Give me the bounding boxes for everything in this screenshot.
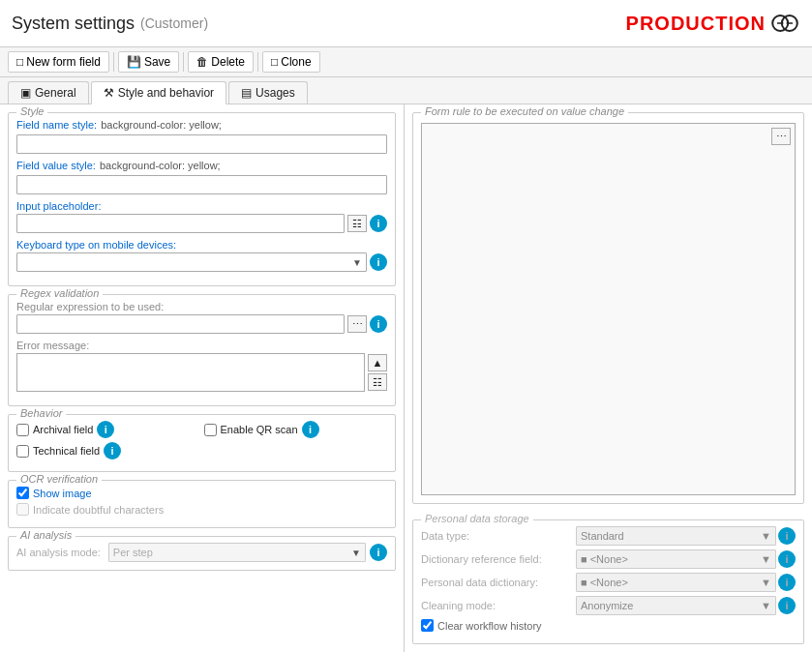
field-name-style-value: background-color: yellow; xyxy=(101,119,222,131)
indicate-doubtful-row: Indicate doubtful characters xyxy=(16,503,387,516)
new-form-field-button[interactable]: □ New form field xyxy=(8,51,109,73)
tab-style-and-behavior[interactable]: ⚒ Style and behavior xyxy=(91,81,226,104)
regex-input[interactable] xyxy=(16,314,345,334)
show-image-checkbox[interactable] xyxy=(16,487,29,499)
clear-workflow-checkbox[interactable] xyxy=(421,619,434,632)
keyboard-type-label: Keyboard type on mobile devices: xyxy=(16,239,387,251)
keyboard-type-row: Keyboard type on mobile devices: ▼ i xyxy=(16,239,387,272)
clone-icon: □ xyxy=(271,55,278,69)
cleaning-mode-row: Cleaning mode: Anonymize ▼ i xyxy=(421,596,796,615)
ai-mode-info[interactable]: i xyxy=(370,544,387,561)
dict-ref-info[interactable]: i xyxy=(778,550,796,568)
field-name-style-label: Field name style: xyxy=(16,119,97,131)
field-value-style-input[interactable] xyxy=(16,175,387,194)
personal-data-group: Personal data storage Data type: Standar… xyxy=(412,519,804,644)
page-subtitle: (Customer) xyxy=(140,15,208,31)
personal-dict-row: Personal data dictionary: ■ <None> ▼ i xyxy=(421,573,796,592)
keyboard-type-arrow: ▼ xyxy=(352,257,362,268)
keyboard-type-info-btn[interactable]: i xyxy=(370,253,387,271)
cleaning-mode-info[interactable]: i xyxy=(778,597,796,614)
ai-mode-select[interactable]: Per step ▼ xyxy=(108,543,366,562)
error-icon-btn-top[interactable]: ▲ xyxy=(368,354,387,371)
error-icon-btn-bottom[interactable]: ☷ xyxy=(368,373,387,391)
form-rule-more-btn[interactable]: ⋯ xyxy=(771,128,791,145)
indicate-doubtful-checkbox[interactable] xyxy=(16,503,29,516)
tab-general[interactable]: ▣ General xyxy=(8,81,89,104)
enable-qr-scan-info[interactable]: i xyxy=(302,421,319,438)
placeholder-icon-btn[interactable]: ☷ xyxy=(347,215,367,232)
save-label: Save xyxy=(144,55,170,69)
ai-group: AI analysis AI analysis mode: Per step ▼… xyxy=(8,536,396,571)
enable-qr-scan-label: Enable QR scan xyxy=(221,424,298,435)
dict-ref-label: Dictionary reference field: xyxy=(421,553,576,565)
style-group: Style Field name style: background-color… xyxy=(8,112,396,286)
technical-field-info[interactable]: i xyxy=(104,442,121,459)
dict-ref-arrow: ▼ xyxy=(761,553,771,565)
field-name-style-row: Field name style: background-color: yell… xyxy=(16,119,387,154)
regex-more-btn[interactable]: ⋯ xyxy=(347,315,367,333)
error-message-input[interactable] xyxy=(16,353,365,392)
field-value-style-row: Field value style: background-color: yel… xyxy=(16,160,387,194)
toolbar-separator-3 xyxy=(257,52,258,72)
toolbar-separator-2 xyxy=(183,52,184,72)
personal-dict-label: Personal data dictionary: xyxy=(421,577,576,588)
technical-field-label: Technical field xyxy=(33,445,100,457)
technical-field-checkbox[interactable] xyxy=(16,445,29,458)
field-value-style-label: Field value style: xyxy=(16,160,96,171)
show-image-row: Show image xyxy=(16,487,387,499)
data-type-info[interactable]: i xyxy=(778,527,796,545)
show-image-label: Show image xyxy=(33,488,92,499)
data-type-select[interactable]: Standard ▼ xyxy=(576,526,776,546)
behavior-group: Behavior Archival field i Technical fiel… xyxy=(8,414,396,472)
personal-dict-select[interactable]: ■ <None> ▼ xyxy=(576,573,776,592)
regex-group-title: Regex validation xyxy=(16,287,103,299)
style-tab-label: Style and behavior xyxy=(118,86,214,100)
input-placeholder-input[interactable] xyxy=(16,214,345,233)
cleaning-mode-arrow: ▼ xyxy=(761,600,771,611)
clone-label: Clone xyxy=(281,55,311,69)
personal-dict-arrow: ▼ xyxy=(761,577,771,588)
pds-title: Personal data storage xyxy=(421,513,533,524)
tabs-bar: ▣ General ⚒ Style and behavior ▤ Usages xyxy=(0,77,812,104)
technical-field-row: Technical field i xyxy=(16,442,200,459)
personal-dict-icon: ■ xyxy=(581,577,587,588)
input-placeholder-row: Input placeholder: ☷ i xyxy=(16,200,387,233)
save-button[interactable]: 💾 Save xyxy=(118,51,179,73)
regex-label: Regular expression to be used: xyxy=(16,301,387,312)
tab-usages[interactable]: ▤ Usages xyxy=(228,81,308,104)
style-tab-icon: ⚒ xyxy=(104,86,114,100)
field-name-style-input[interactable] xyxy=(16,134,387,154)
cleaning-mode-select[interactable]: Anonymize ▼ xyxy=(576,596,776,615)
delete-button[interactable]: 🗑 Delete xyxy=(188,51,254,73)
keyboard-type-select[interactable]: ▼ xyxy=(16,252,367,272)
form-rule-editor[interactable]: ⋯ xyxy=(421,123,796,495)
enable-qr-scan-row: Enable QR scan i xyxy=(204,421,388,438)
toolbar: □ New form field 💾 Save 🗑 Delete □ Clone xyxy=(0,47,812,77)
error-message-row: Error message: ▲ ☷ xyxy=(16,340,387,392)
regex-field-row: Regular expression to be used: ⋯ i xyxy=(16,301,387,334)
ocr-group: OCR verification Show image Indicate dou… xyxy=(8,480,396,528)
clear-workflow-row: Clear workflow history xyxy=(421,619,796,632)
placeholder-info-btn[interactable]: i xyxy=(370,215,387,232)
regex-info-btn[interactable]: i xyxy=(370,315,387,333)
general-tab-label: General xyxy=(35,86,76,100)
data-type-label: Data type: xyxy=(421,530,576,542)
enable-qr-scan-checkbox[interactable] xyxy=(204,424,217,436)
archival-field-checkbox[interactable] xyxy=(16,424,29,436)
behavior-group-title: Behavior xyxy=(16,407,66,419)
production-icon xyxy=(769,8,800,39)
clone-button[interactable]: □ Clone xyxy=(262,51,320,73)
personal-dict-info[interactable]: i xyxy=(778,574,796,591)
error-message-label: Error message: xyxy=(16,340,387,351)
ai-group-title: AI analysis xyxy=(16,529,75,541)
ocr-group-title: OCR verification xyxy=(16,473,102,485)
dict-ref-select[interactable]: ■ <None> ▼ xyxy=(576,549,776,569)
style-group-title: Style xyxy=(16,105,47,117)
data-type-arrow: ▼ xyxy=(761,530,771,542)
left-panel: Style Field name style: background-color… xyxy=(0,104,405,652)
general-tab-icon: ▣ xyxy=(20,86,31,100)
archival-field-info[interactable]: i xyxy=(97,421,114,438)
delete-label: Delete xyxy=(211,55,245,69)
input-placeholder-label: Input placeholder: xyxy=(16,200,387,212)
field-value-style-value: background-color: yellow; xyxy=(100,160,221,171)
